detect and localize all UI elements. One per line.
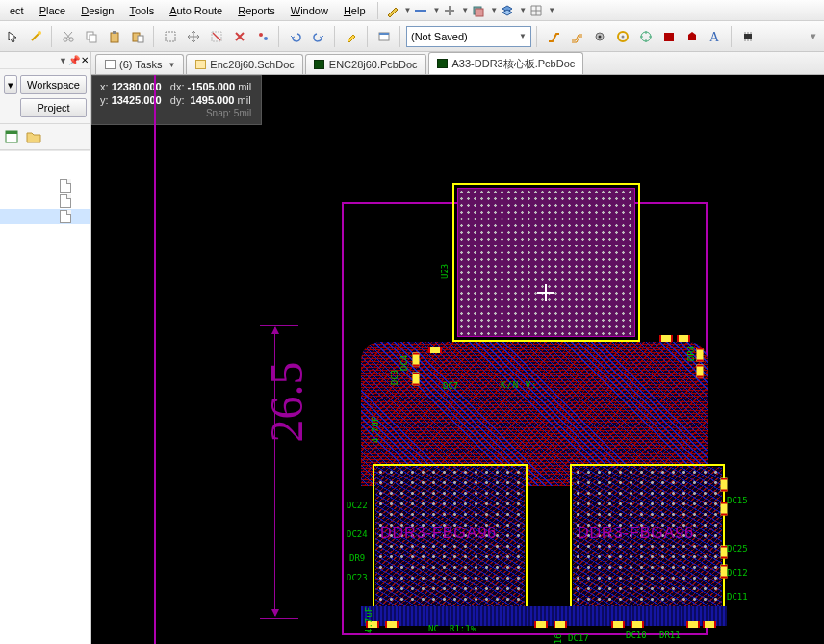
move-icon[interactable] — [183, 26, 204, 47]
plus-icon[interactable] — [440, 2, 459, 19]
board: 26.5 30.1 DDR3-FBGA96 DDR3 — [303, 183, 736, 640]
svg-point-21 — [599, 35, 602, 38]
cursor-tool-icon[interactable] — [2, 26, 23, 47]
toolbar-dropdown-icon[interactable]: ▾ — [811, 30, 822, 42]
project-panel: ▼ 📌 ✕ ▾ Workspace Project — [0, 52, 91, 644]
page-icon — [60, 179, 71, 193]
tasks-icon — [105, 60, 116, 69]
layers-icon[interactable] — [469, 2, 488, 19]
highlight-icon[interactable] — [341, 26, 362, 47]
browse-icon[interactable] — [373, 26, 395, 47]
text-tool-icon[interactable]: A — [705, 26, 726, 47]
fill-icon[interactable] — [658, 26, 680, 47]
menu-reports[interactable]: Reports — [230, 2, 283, 19]
pencil-icon[interactable] — [383, 2, 402, 19]
route-diff-icon[interactable] — [566, 26, 587, 47]
schematic-icon — [195, 60, 206, 69]
paste-special-icon[interactable] — [127, 26, 148, 47]
pcb-icon — [314, 60, 324, 69]
panel-pin-icon[interactable]: 📌 — [68, 55, 80, 65]
select-rect-icon[interactable] — [160, 26, 181, 47]
tasks-tab[interactable]: (6) Tasks▼ — [95, 54, 184, 74]
pcb-canvas[interactable]: x: 12380.000 dx: -1505.000 mil y: 13425.… — [91, 75, 824, 644]
copy-icon[interactable] — [81, 26, 102, 47]
svg-rect-14 — [166, 32, 175, 41]
tree-item[interactable] — [0, 178, 90, 193]
doc-tab-pcb2-active[interactable]: A33-DDR3核心板.PcbDoc — [428, 52, 584, 74]
svg-point-16 — [259, 33, 263, 37]
menu-bar: ect Place Design Tools Auto Route Report… — [0, 0, 824, 21]
route-icon[interactable] — [543, 26, 564, 47]
dash-icon[interactable] — [411, 2, 430, 19]
save-state-combo[interactable]: (Not Saved) ▼ — [406, 26, 531, 47]
ddr-label-right: DDR3-FBGA96 — [578, 525, 694, 542]
doc-tab-pcb1[interactable]: ENC28j60.PcbDoc — [305, 54, 426, 74]
save-state-text: (Not Saved) — [411, 31, 468, 42]
svg-rect-2 — [445, 10, 454, 12]
tree-item[interactable] — [0, 193, 90, 209]
doc-tab-sch[interactable]: Enc28j60.SchDoc — [186, 54, 302, 74]
clear-icon[interactable] — [229, 26, 250, 47]
stack-icon[interactable] — [498, 2, 517, 19]
svg-rect-10 — [111, 33, 118, 42]
project-tree[interactable] — [0, 150, 90, 644]
panel-close-icon[interactable]: ✕ — [81, 55, 89, 65]
project-button[interactable]: Project — [20, 98, 87, 117]
menu-item[interactable]: ect — [2, 2, 32, 19]
svg-rect-9 — [90, 35, 96, 42]
panel-folder-icon[interactable] — [25, 128, 42, 145]
workspace-button[interactable]: Workspace — [20, 75, 87, 94]
pcb-icon — [437, 59, 448, 68]
page-icon — [60, 210, 71, 223]
document-tabs: (6) Tasks▼ Enc28j60.SchDoc ENC28j60.PcbD… — [91, 52, 824, 75]
component-icon[interactable] — [737, 26, 759, 47]
svg-rect-13 — [138, 36, 143, 42]
ddr-label-left: DDR3-FBGA96 — [380, 525, 497, 542]
grid-icon[interactable] — [527, 2, 546, 19]
cut-icon[interactable] — [58, 26, 79, 47]
polygon-icon[interactable] — [682, 26, 703, 47]
deselect-icon[interactable] — [206, 26, 227, 47]
svg-point-17 — [264, 37, 268, 40]
svg-rect-19 — [379, 33, 389, 35]
via-tool-icon[interactable] — [589, 26, 610, 47]
svg-point-23 — [622, 35, 625, 38]
tree-item-selected[interactable] — [0, 209, 90, 224]
undo-icon[interactable] — [285, 26, 306, 47]
redo-icon[interactable] — [308, 26, 329, 47]
page-icon — [60, 194, 71, 208]
svg-point-5 — [38, 31, 41, 35]
tree-item[interactable] — [0, 163, 90, 178]
pad-tool-icon[interactable] — [612, 26, 633, 47]
filter-icon[interactable] — [252, 26, 273, 47]
wand-tool-icon[interactable] — [25, 26, 46, 47]
svg-rect-29 — [6, 131, 17, 134]
menu-design[interactable]: Design — [73, 2, 121, 19]
menu-place[interactable]: Place — [32, 2, 74, 19]
menu-tools[interactable]: Tools — [121, 2, 162, 19]
dimension-vertical: 26.5 — [260, 362, 313, 443]
target-icon[interactable] — [635, 26, 657, 47]
panel-dropdown-1[interactable]: ▾ — [4, 75, 17, 94]
paste-icon[interactable] — [104, 26, 125, 47]
svg-rect-27 — [744, 34, 752, 39]
menu-autoroute[interactable]: Auto Route — [162, 2, 230, 19]
svg-rect-25 — [664, 33, 674, 41]
svg-rect-4 — [476, 9, 483, 16]
menu-window[interactable]: Window — [283, 2, 336, 19]
svg-rect-0 — [415, 10, 426, 12]
svg-text:A: A — [709, 30, 720, 44]
panel-menu-icon[interactable]: ▼ — [59, 56, 67, 65]
toolbar: (Not Saved) ▼ A ▾ — [0, 21, 824, 52]
menu-help[interactable]: Help — [336, 2, 373, 19]
svg-rect-11 — [113, 31, 116, 34]
panel-doc-icon[interactable] — [4, 128, 21, 145]
